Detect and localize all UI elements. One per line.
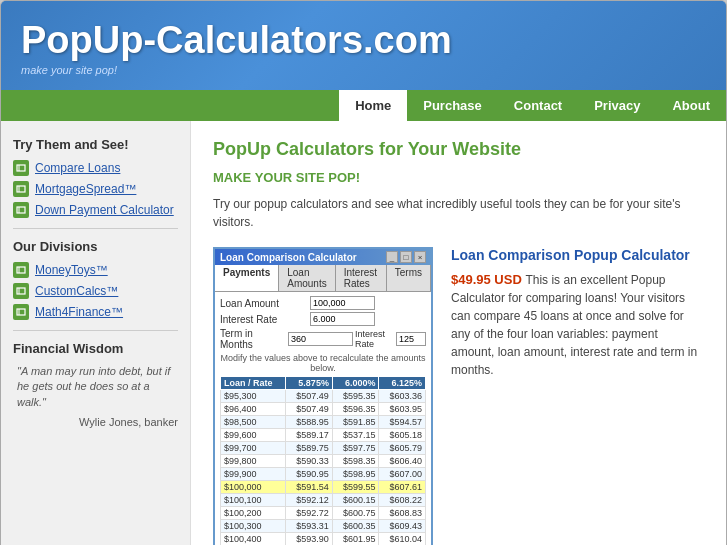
content-area: Try Them and See! Compare Loans Mortgage… [1,121,726,545]
customcalcs-icon [13,283,29,299]
table-row: $98,500$588.95$591.85$594.57 [221,416,426,429]
compare-loans-label: Compare Loans [35,161,120,175]
table-row: $100,400$593.90$601.95$610.04 [221,533,426,546]
calc-tab-terms[interactable]: Terms [387,265,431,291]
mortgage-icon [13,181,29,197]
calc-desc-title: Loan Comparison Popup Calculator [451,247,704,263]
sidebar-quote: "A man may run into debt, but if he gets… [13,364,178,410]
calc-title-text: Loan Comparison Calculator [220,252,357,263]
page-heading: PopUp Calculators for Your Website [213,139,704,160]
table-row: $100,000$591.54$599.55$607.61 [221,481,426,494]
calc-price: $49.95 USD [451,272,522,287]
header: PopUp-Calculators.com make your site pop… [1,1,726,90]
calc-note: Modify the values above to recalculate t… [220,353,426,373]
sidebar-divider-1 [13,228,178,229]
sidebar-divider-2 [13,330,178,331]
calc-col-rate2: 6.000% [332,377,379,390]
table-row: $95,300$507.49$595.35$603.36 [221,390,426,403]
calc-table-body: $95,300$507.49$595.35$603.36$96,400$507.… [221,390,426,546]
table-row: $96,400$507.49$596.35$603.95 [221,403,426,416]
customcalcs-label: CustomCalcs™ [35,284,118,298]
calc-col-rate3: 6.125% [379,377,426,390]
main-content: PopUp Calculators for Your Website MAKE … [191,121,726,545]
calc-body: Loan Amount Interest Rate Term in Months… [215,292,431,545]
svg-rect-8 [17,288,25,294]
svg-rect-6 [17,267,25,273]
svg-rect-2 [17,186,25,192]
mortgage-label: MortgageSpread™ [35,182,136,196]
nav-about[interactable]: About [656,90,726,121]
calc-input-loan-amount[interactable] [310,296,375,310]
table-row: $99,800$590.33$598.35$606.40 [221,455,426,468]
calc-title-buttons: _ □ × [386,251,426,263]
svg-rect-0 [17,165,25,171]
sidebar-section-try: Try Them and See! [13,137,178,152]
sidebar-link-moneytoys[interactable]: MoneyToys™ [13,262,178,278]
calc-input-interest-rate-2[interactable] [396,332,426,346]
calc-titlebar: Loan Comparison Calculator _ □ × [215,249,431,265]
sidebar-attribution: Wylie Jones, banker [13,416,178,428]
calc-description: Loan Comparison Popup Calculator $49.95 … [451,247,704,379]
calc-close-button[interactable]: × [414,251,426,263]
downpayment-label: Down Payment Calculator [35,203,174,217]
calc-table: Loan / Rate 5.875% 6.000% 6.125% $95,300… [220,376,426,545]
table-row: $99,600$589.17$537.15$605.18 [221,429,426,442]
nav-contact[interactable]: Contact [498,90,578,121]
moneytoys-icon [13,262,29,278]
calc-window: Loan Comparison Calculator _ □ × Payment… [213,247,433,545]
calc-maximize-button[interactable]: □ [400,251,412,263]
page-subheading: MAKE YOUR SITE POP! [213,170,704,185]
calc-label-interest-rate-2: Interest Rate [355,329,394,349]
calc-tab-interest-rates[interactable]: Interest Rates [336,265,387,291]
sidebar-link-math4finance[interactable]: Math4Finance™ [13,304,178,320]
table-row: $100,100$592.12$600.15$608.22 [221,494,426,507]
math4finance-icon [13,304,29,320]
nav-home[interactable]: Home [339,90,407,121]
site-title: PopUp-Calculators.com [21,19,706,62]
calc-col-rate1: 5.875% [286,377,333,390]
svg-rect-4 [17,207,25,213]
calc-desc-text: This is an excellent Popup Calculator fo… [451,273,697,377]
nav-purchase[interactable]: Purchase [407,90,498,121]
table-row: $100,300$593.31$600.35$609.43 [221,520,426,533]
sidebar-link-mortgage[interactable]: MortgageSpread™ [13,181,178,197]
calc-label-loan-amount: Loan Amount [220,298,310,309]
calc-col-loan: Loan / Rate [221,377,286,390]
calc-minimize-button[interactable]: _ [386,251,398,263]
calc-field-term: Term in Months Interest Rate [220,328,426,350]
compare-loans-icon [13,160,29,176]
calc-tab-loan-amounts[interactable]: Loan Amounts [279,265,335,291]
nav-privacy[interactable]: Privacy [578,90,656,121]
moneytoys-label: MoneyToys™ [35,263,108,277]
calc-field-loan-amount: Loan Amount [220,296,426,310]
sidebar-link-compare-loans[interactable]: Compare Loans [13,160,178,176]
demo-section: Loan Comparison Calculator _ □ × Payment… [213,247,704,545]
downpayment-icon [13,202,29,218]
table-row: $100,200$592.72$600.75$608.83 [221,507,426,520]
sidebar-section-divisions: Our Divisions [13,239,178,254]
calc-input-interest-rate[interactable] [310,312,375,326]
navbar: Home Purchase Contact Privacy About [1,90,726,121]
sidebar-link-downpayment[interactable]: Down Payment Calculator [13,202,178,218]
sidebar-link-customcalcs[interactable]: CustomCalcs™ [13,283,178,299]
math4finance-label: Math4Finance™ [35,305,123,319]
site-tagline: make your site pop! [21,64,706,76]
calc-input-term[interactable] [288,332,353,346]
intro-text: Try our popup calculators and see what i… [213,195,704,231]
calc-tabs: Payments Loan Amounts Interest Rates Ter… [215,265,431,292]
calc-label-interest-rate: Interest Rate [220,314,310,325]
sidebar-section-wisdom: Financial Wisdom [13,341,178,356]
sidebar: Try Them and See! Compare Loans Mortgage… [1,121,191,545]
svg-rect-10 [17,309,25,315]
calc-label-term: Term in Months [220,328,288,350]
table-row: $99,700$589.75$597.75$605.79 [221,442,426,455]
calc-field-interest-rate: Interest Rate [220,312,426,326]
table-row: $99,900$590.95$598.95$607.00 [221,468,426,481]
calc-tab-payments[interactable]: Payments [215,265,279,291]
